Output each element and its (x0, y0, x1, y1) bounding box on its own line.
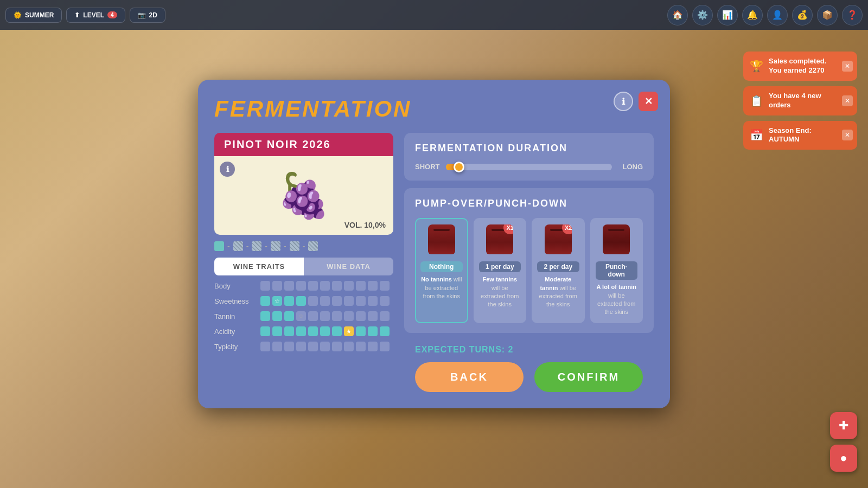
grape-icon: 🍇 (277, 170, 331, 221)
trait-indicators: - - - - - (214, 241, 393, 251)
fermentation-dialog: FERMENTATION ℹ ✕ PINOT NOIR 2026 ℹ 🍇 VOL… (198, 80, 670, 408)
trait-box-hatch-2 (252, 241, 261, 251)
wine-volume: VOL. 10,0% (344, 221, 386, 229)
2perday-barrel: X2 (545, 224, 572, 254)
tannin-trait-row: Tannin ☆ (214, 311, 393, 321)
trait-box-hatch-4 (290, 241, 299, 251)
slider-row: SHORT LONG (415, 163, 643, 171)
trait-box-hatch-5 (308, 241, 318, 251)
dialog-close-button[interactable]: ✕ (639, 92, 658, 111)
typicity-dots (260, 342, 390, 351)
back-button[interactable]: BACK (415, 362, 524, 392)
typicity-trait-row: Typicity (214, 342, 393, 351)
pump-over-section: PUMP-OVER/PUNCH-DOWN Nothing No tannins … (404, 188, 654, 333)
trait-box-hatch-3 (271, 241, 280, 251)
orders-notif-close-button[interactable]: ✕ (842, 95, 853, 106)
season-notif-close-button[interactable]: ✕ (842, 130, 853, 140)
left-panel: PINOT NOIR 2026 ℹ 🍇 VOL. 10,0% - - - - (214, 133, 393, 392)
2perday-vessel: X2 (545, 224, 572, 257)
trait-box-hatch-1 (233, 241, 243, 251)
body-trait-row: Body (214, 281, 393, 291)
body-dots (260, 281, 390, 291)
2perday-card[interactable]: X2 2 per day Moderate tannin will be ext… (532, 218, 585, 323)
1perday-barrel: X1 (486, 224, 513, 254)
notifications-panel: 🏆 Sales completed. You earned 2270 ✕ 📋 Y… (743, 52, 857, 150)
slider-long-label: LONG (618, 163, 643, 171)
nothing-desc: No tannins will be extracted from the sk… (420, 275, 463, 300)
trophy-icon: 🏆 (750, 59, 763, 73)
sweetness-trait-row: Sweetness ☆ (214, 296, 393, 306)
season-notification: 📅 Season End: AUTUMN ✕ (743, 121, 857, 150)
confirm-button[interactable]: CONFIRM (534, 362, 643, 392)
action-buttons: BACK CONFIRM (404, 362, 654, 392)
1perday-name: 1 per day (479, 261, 521, 272)
typicity-label: Typicity (214, 343, 255, 351)
nothing-card[interactable]: Nothing No tannins will be extracted fro… (415, 218, 468, 323)
wine-header: PINOT NOIR 2026 (214, 133, 393, 156)
2perday-name: 2 per day (537, 261, 579, 272)
wine-info-button[interactable]: ℹ (220, 162, 235, 177)
sales-notif-close-button[interactable]: ✕ (842, 61, 853, 72)
nothing-vessel (428, 224, 455, 257)
tannin-label: Tannin (214, 312, 255, 320)
2perday-desc: Moderate tannin will be extracted from t… (537, 275, 579, 309)
body-label: Body (214, 282, 255, 290)
punchdown-desc: A lot of tannin will be extracted from t… (596, 283, 638, 317)
fermentation-slider[interactable] (446, 164, 612, 170)
acidity-label: Acidity (214, 328, 255, 336)
wine-image-container: ℹ 🍇 VOL. 10,0% (214, 156, 393, 235)
1perday-card[interactable]: X1 1 per day Few tannins will be extract… (474, 218, 527, 323)
tannin-dots: ☆ (260, 311, 390, 321)
wine-traits-tab[interactable]: WINE TRAITS (214, 258, 304, 275)
1perday-badge: X1 (503, 224, 513, 234)
1perday-desc: Few tannins will be extracted from the s… (479, 275, 521, 309)
acidity-trait-row: Acidity ★ (214, 326, 393, 336)
right-panel: FERMENTATION DURATION SHORT LONG PUMP-OV… (404, 133, 654, 392)
slider-short-label: SHORT (415, 163, 439, 171)
punchdown-name: Punch-down (596, 261, 638, 280)
pump-cards-grid: Nothing No tannins will be extracted fro… (415, 218, 643, 323)
nothing-barrel (428, 224, 455, 254)
traits-list: Body (214, 281, 393, 351)
pump-over-title: PUMP-OVER/PUNCH-DOWN (415, 198, 643, 209)
acidity-dots: ★ (260, 326, 390, 336)
expected-turns: EXPECTED TURNS: 2 (404, 341, 654, 359)
wine-data-tab[interactable]: WINE DATA (304, 258, 393, 275)
sweetness-label: Sweetness (214, 297, 255, 305)
dialog-title: FERMENTATION (214, 96, 654, 122)
punchdown-barrel (603, 224, 630, 254)
orders-notification: 📋 You have 4 new orders ✕ (743, 86, 857, 115)
trait-box-solid (214, 241, 224, 251)
nothing-name: Nothing (420, 261, 463, 272)
sweetness-dots: ☆ (260, 296, 390, 306)
orders-icon: 📋 (750, 94, 763, 108)
1perday-vessel: X1 (486, 224, 513, 257)
dialog-info-button[interactable]: ℹ (614, 92, 633, 111)
punchdown-vessel (603, 224, 630, 257)
2perday-badge: X2 (562, 224, 572, 234)
dialog-content: PINOT NOIR 2026 ℹ 🍇 VOL. 10,0% - - - - (214, 133, 654, 392)
sales-notification: 🏆 Sales completed. You earned 2270 ✕ (743, 52, 857, 81)
dialog-overlay: FERMENTATION ℹ ✕ PINOT NOIR 2026 ℹ 🍇 VOL… (0, 0, 868, 488)
trait-tabs: WINE TRAITS WINE DATA (214, 258, 393, 275)
fermentation-duration-section: FERMENTATION DURATION SHORT LONG (404, 133, 654, 181)
fermentation-duration-title: FERMENTATION DURATION (415, 143, 643, 154)
slider-thumb (454, 162, 464, 172)
calendar-icon: 📅 (750, 128, 763, 142)
punchdown-card[interactable]: Punch-down A lot of tannin will be extra… (590, 218, 643, 323)
